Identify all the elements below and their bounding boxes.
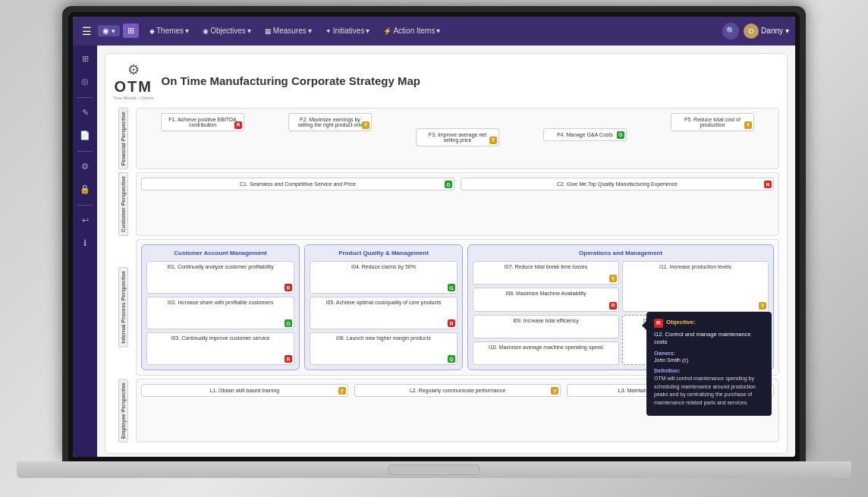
laptop-top: ☰ ◉ ▾ ⊞ ◆ Themes ▾ <box>62 6 806 461</box>
sidebar-item-doc[interactable]: 📄 <box>76 127 94 145</box>
internal-node-i09[interactable]: I09. Increase total efficiency <box>473 315 619 338</box>
sidebar-item-grid[interactable]: ⊞ <box>76 50 94 68</box>
grid-view-icon[interactable]: ⊞ <box>123 24 139 38</box>
internal-node-i07[interactable]: I07. Reduce total break time losses Y <box>473 261 619 285</box>
employee-node-l2[interactable]: L2. Regularly communicate performance Y <box>354 384 561 397</box>
search-button[interactable]: 🔍 <box>722 23 739 39</box>
financial-node-f4[interactable]: F4. Manage G&A Costs G <box>543 128 627 141</box>
customer-account-title: Customer Account Management <box>146 250 294 256</box>
financial-node-f3[interactable]: F3. Improve average net selling price Y <box>416 128 499 146</box>
financial-node-f2[interactable]: F2. Maximize earnings by selling the rig… <box>288 113 372 131</box>
user-arrow: ▾ <box>785 27 789 35</box>
i11-text: I11. Increase production levels <box>659 264 731 269</box>
logo-label: ▾ <box>112 27 115 35</box>
customer-node-c2[interactable]: C2. Give Me Top Quality Manufacturing Ex… <box>461 178 774 190</box>
sidebar-item-history[interactable]: ↩ <box>76 212 94 230</box>
financial-node-f1[interactable]: F1. Achieve positive EBITDA contribution… <box>161 113 244 131</box>
internal-node-i08[interactable]: I08. Maximize Machine Availability R <box>473 288 619 311</box>
content-area[interactable]: ⚙ OTM Your Model—Online On Time Manufact… <box>97 46 795 457</box>
logo-icon: ◉ <box>102 27 109 35</box>
topbar: ☰ ◉ ▾ ⊞ ◆ Themes ▾ <box>73 17 795 46</box>
otm-logo: ⚙ OTM Your Model—Online <box>113 61 153 100</box>
financial-perspective-label: Financial Perspective <box>118 108 128 170</box>
sidebar-item-target[interactable]: ◎ <box>76 73 94 91</box>
f3-status-badge: Y <box>489 137 497 144</box>
i05-badge: R <box>448 319 455 327</box>
topbar-nav: ◆ Themes ▾ ◉ Objectives ▾ ▦ Measures <box>143 24 718 37</box>
hamburger-icon[interactable]: ☰ <box>79 24 95 39</box>
nav-themes[interactable]: ◆ Themes ▾ <box>143 24 195 37</box>
internal-node-i06[interactable]: I06. Launch new higher margin products G <box>310 332 458 365</box>
i02-text: I02. Increase share with profitable cust… <box>168 300 273 305</box>
i09-text: I09. Increase total efficiency <box>513 318 579 323</box>
nav-initiatives[interactable]: ✦ Initiatives ▾ <box>319 24 376 37</box>
nav-objectives[interactable]: ◉ Objectives ▾ <box>197 24 257 37</box>
measures-icon: ▦ <box>265 27 272 35</box>
i02-badge: G <box>285 319 292 327</box>
i07-badge: Y <box>609 275 617 282</box>
tooltip-definition-text: OTM will control maintenance spending by… <box>654 375 764 407</box>
topbar-right: 🔍 D Danny ▾ <box>722 23 789 39</box>
employee-label-col: Employee Perspective <box>113 379 133 442</box>
i10-text: I10. Maximize average machine operating … <box>489 344 603 350</box>
sidebar-item-info[interactable]: ℹ <box>76 234 94 253</box>
nav-action-items-label: Action Items <box>393 27 435 35</box>
sidebar-item-edit[interactable]: ✎ <box>76 104 94 122</box>
customer-node-c1[interactable]: C1. Seamless and Competitive Service and… <box>141 178 454 190</box>
map-title: On Time Manufacturing Corporate Strategy… <box>161 74 420 87</box>
tooltip-objective-text: I12. Control and manage maintenance cost… <box>654 331 751 346</box>
i04-badge: G <box>448 284 455 291</box>
nav-measures[interactable]: ▦ Measures ▾ <box>259 24 318 37</box>
tooltip-definition-section: Definition: OTM will control maintenance… <box>654 367 764 407</box>
tooltip-owners-label: Owners: <box>654 350 764 357</box>
i08-text: I08. Maximize Machine Availability <box>505 291 586 296</box>
f2-status-badge: Y <box>362 121 370 129</box>
employee-node-l1[interactable]: L1. Obtain skill based training Y <box>141 384 348 397</box>
laptop-shell: ☰ ◉ ▾ ⊞ ◆ Themes ▾ <box>17 6 851 492</box>
financial-perspective-section: Financial Perspective F1. Achieve positi… <box>113 108 779 170</box>
trackpad <box>388 464 480 475</box>
f1-status-badge: R <box>234 121 242 129</box>
screen: ☰ ◉ ▾ ⊞ ◆ Themes ▾ <box>73 17 795 457</box>
ops-left-col: I07. Reduce total break time losses Y I0… <box>473 261 619 365</box>
themes-arrow: ▾ <box>185 27 189 35</box>
f4-status-badge: G <box>617 131 624 139</box>
i11-badge: Y <box>759 302 766 310</box>
i03-text: I03. Continually improve customer servic… <box>171 335 270 341</box>
f5-status-badge: Y <box>744 121 752 129</box>
internal-node-i01[interactable]: I01. Continually analyze customer profit… <box>146 261 294 294</box>
product-quality-title: Product Quality & Management <box>310 250 458 256</box>
internal-node-i04[interactable]: I04. Reduce claims by 50% G <box>310 261 458 294</box>
initiatives-icon: ✦ <box>326 27 332 35</box>
internal-perspective-label: Internal Process Perspective <box>118 267 128 348</box>
i03-badge: R <box>285 355 292 363</box>
tooltip-owners-section: Owners: John Smith (c) <box>654 350 764 365</box>
l1-badge: Y <box>338 387 346 395</box>
internal-node-i03[interactable]: I03. Continually improve customer servic… <box>146 332 294 365</box>
internal-node-i10[interactable]: I10. Maximize average machine operating … <box>473 341 619 365</box>
customer-perspective-label: Customer Perspective <box>118 172 128 236</box>
main-area: ⊞ ◎ ✎ 📄 ⚙ 🔒 ↩ ℹ <box>73 46 795 457</box>
objectives-arrow: ▾ <box>247 27 251 35</box>
f3-text: F3. Improve average net selling price <box>429 132 486 143</box>
nav-initiatives-label: Initiatives <box>333 27 365 35</box>
user-menu[interactable]: D Danny ▾ <box>744 24 789 39</box>
user-name: Danny <box>761 27 783 35</box>
financial-label-col: Financial Perspective <box>113 108 133 170</box>
internal-node-i05[interactable]: I05. Achieve optimal cost/quality of cor… <box>310 297 458 329</box>
action-items-arrow: ▾ <box>436 27 440 35</box>
f1-text: F1. Achieve positive EBITDA contribution <box>168 117 236 127</box>
operations-title: Operations and Management <box>473 250 769 256</box>
screen-bezel: ☰ ◉ ▾ ⊞ ◆ Themes ▾ <box>68 12 800 461</box>
internal-node-i02[interactable]: I02. Increase share with profitable cust… <box>146 297 294 329</box>
financial-node-f5[interactable]: F5. Reduce total cost of production Y <box>671 113 754 131</box>
nav-action-items[interactable]: ⚡ Action Items ▾ <box>377 24 446 37</box>
tooltip-objective-section: I12. Control and manage maintenance cost… <box>654 331 764 347</box>
sidebar-item-lock[interactable]: 🔒 <box>76 181 94 199</box>
l2-text: L2. Regularly communicate performance <box>410 388 505 393</box>
internal-node-i11[interactable]: I11. Increase production levels Y <box>622 261 769 312</box>
nav-themes-label: Themes <box>156 27 184 35</box>
financial-content: F1. Achieve positive EBITDA contribution… <box>136 108 779 170</box>
sidebar-item-settings[interactable]: ⚙ <box>76 158 94 176</box>
tooltip-badge: R <box>654 319 663 328</box>
